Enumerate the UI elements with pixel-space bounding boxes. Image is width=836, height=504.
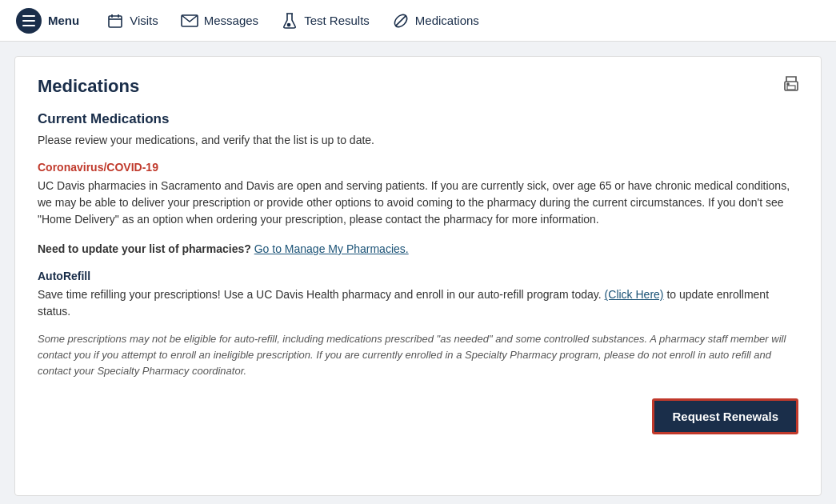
top-nav: Menu Visits Messages: [0, 0, 836, 42]
page-title: Medications: [38, 76, 798, 97]
pharmacy-line: Need to update your list of pharmacies? …: [38, 242, 798, 255]
menu-label: Menu: [48, 14, 79, 27]
autorefill-click-here-link[interactable]: (Click Here): [605, 288, 664, 301]
svg-rect-0: [109, 16, 122, 27]
request-renewals-button[interactable]: Request Renewals: [652, 398, 798, 434]
manage-pharmacies-link[interactable]: Go to Manage My Pharmacies.: [254, 242, 409, 255]
envelope-icon: [181, 12, 198, 30]
autorefill-section: AutoRefill Save time refilling your pres…: [38, 270, 798, 320]
autorefill-text: Save time refilling your prescriptions! …: [38, 286, 798, 320]
svg-point-6: [288, 23, 290, 26]
flask-icon: [281, 12, 298, 30]
nav-item-messages[interactable]: Messages: [170, 7, 270, 34]
disclaimer-text: Some prescriptions may not be eligible f…: [38, 331, 798, 379]
nav-messages-label: Messages: [204, 14, 258, 27]
subtitle-text: Please review your medications, and veri…: [38, 134, 798, 146]
covid-alert: Coronavirus/COVID-19 UC Davis pharmacies…: [38, 161, 798, 228]
nav-item-visits[interactable]: Visits: [95, 7, 170, 34]
covid-text: UC Davis pharmacies in Sacramento and Da…: [38, 178, 798, 228]
pill-icon: [392, 12, 410, 30]
covid-header: Coronavirus/COVID-19: [38, 161, 798, 174]
nav-visits-label: Visits: [130, 14, 158, 27]
calendar-icon: [106, 12, 124, 30]
section-title: Current Medications: [38, 111, 798, 127]
svg-rect-10: [787, 86, 795, 90]
autorefill-title: AutoRefill: [38, 270, 798, 282]
print-button[interactable]: [781, 74, 802, 98]
bottom-bar: Request Renewals: [38, 398, 798, 434]
nav-item-medications[interactable]: Medications: [381, 7, 490, 34]
nav-test-results-label: Test Results: [304, 14, 370, 27]
pharmacy-prompt: Need to update your list of pharmacies?: [38, 242, 251, 255]
menu-button[interactable]: Menu: [8, 3, 87, 38]
autorefill-text-before: Save time refilling your prescriptions! …: [38, 288, 602, 301]
svg-point-11: [787, 83, 789, 85]
nav-medications-label: Medications: [415, 14, 479, 27]
main-content: Medications Current Medications Please r…: [14, 56, 822, 496]
hamburger-icon: [16, 8, 42, 34]
nav-item-test-results[interactable]: Test Results: [270, 7, 381, 34]
